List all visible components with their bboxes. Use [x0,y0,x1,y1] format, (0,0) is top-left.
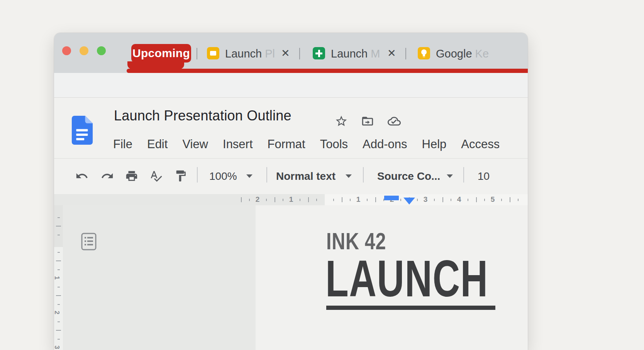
menu-access[interactable]: Access [461,137,499,152]
ruler-tick [316,199,317,201]
tab-separator [405,48,406,59]
paint-format-icon[interactable] [174,169,187,183]
tab-launch-metrics[interactable]: Launch M [331,47,385,60]
chevron-down-icon[interactable] [246,174,253,178]
toolbar-separator [197,167,198,183]
ruler-tick [58,252,60,253]
ruler-tick [249,199,250,201]
ruler-tick [476,197,477,202]
ruler-tick [58,269,60,270]
ruler-tick [58,235,60,235]
left-indent-marker[interactable] [403,198,415,205]
chevron-down-icon[interactable] [346,174,352,178]
menu-file[interactable]: File [113,137,132,152]
tab-upcoming[interactable]: Upcoming [131,44,191,63]
tab-label-text: Launch [331,47,368,60]
ruler-tick [367,199,368,201]
tab-label-fade: M [368,47,380,60]
menu-add-ons[interactable]: Add-ons [363,137,407,152]
ruler-tick [510,197,510,202]
browser-window: Upcoming Launch Pl ✕ Launch M ✕ Google K… [54,33,528,350]
cloud-saved-icon[interactable] [388,115,401,128]
ruler-tick [56,330,61,331]
zoom-select[interactable]: 100% [209,169,237,183]
paragraph-style-select[interactable]: Normal text [276,169,336,183]
tab-strip: Upcoming Launch Pl ✕ Launch M ✕ Google K… [54,33,528,73]
google-docs-icon[interactable] [71,116,94,145]
ruler-tick [350,199,351,201]
ruler-tick [308,197,309,202]
close-tab-icon[interactable]: ✕ [281,47,290,60]
close-window-button[interactable] [62,46,71,55]
chevron-down-icon[interactable] [447,174,453,178]
toolbar-separator [463,167,464,183]
ruler-number: 4 [457,195,461,204]
ruler-number: 5 [491,195,495,204]
ruler-tick [58,321,60,322]
document-summary-icon[interactable] [81,233,97,250]
print-icon[interactable] [125,169,138,183]
document-heading-clip: LAUNCH PR [325,253,497,307]
ruler-tick [468,199,468,201]
tab-launch-plan[interactable]: Launch Pl [225,47,283,60]
docs-menu-bar: FileEditViewInsertFormatToolsAdd-onsHelp… [113,137,499,152]
tab-google-keep[interactable]: Google Ke [436,47,494,60]
google-keep-icon [418,47,430,59]
toolbar-separator [363,167,364,183]
ruler-tick [56,295,61,296]
menu-insert[interactable]: Insert [223,137,253,152]
vertical-ruler[interactable]: 123 [54,205,63,350]
ruler-tick [266,199,267,201]
ruler-number: 1 [54,276,61,279]
ruler-tick [501,199,502,201]
close-tab-icon[interactable]: ✕ [387,47,396,60]
spellcheck-icon[interactable] [149,169,163,183]
ruler-tick [56,260,61,261]
google-slides-icon [207,47,219,59]
ruler-tick [451,199,451,201]
tab-label-text: Google [436,47,472,60]
ruler-tick [400,199,401,201]
document-title[interactable]: Launch Presentation Outline [114,108,291,124]
ruler-tick [333,199,334,201]
document-eyebrow-text[interactable]: INK 42 [326,227,386,255]
active-tab-theme-stripe [127,69,528,73]
undo-icon[interactable] [75,169,88,183]
heading-underline-bar [326,306,495,310]
ruler-tick [58,287,60,287]
browser-toolbar: docs.google.com/document/d/1MTx6z5MDt5oI… [54,73,528,98]
document-canvas-background [63,205,256,350]
menu-view[interactable]: View [182,137,208,152]
horizontal-ruler[interactable]: 2112345 [54,194,528,206]
document-heading-text[interactable]: LAUNCH PR [325,253,451,304]
ruler-number: 1 [289,195,293,204]
font-size-field[interactable]: 10 [478,169,490,183]
move-to-folder-icon[interactable] [361,115,374,128]
menu-format[interactable]: Format [268,137,305,152]
menu-edit[interactable]: Edit [147,137,168,152]
maximize-window-button[interactable] [97,46,106,55]
ruler-tick [375,197,376,202]
ruler-number: 2 [256,195,260,204]
ruler-number: 2 [54,311,61,314]
ruler-tick [442,197,443,202]
menu-tools[interactable]: Tools [320,137,348,152]
ruler-tick [56,226,61,227]
tab-label-fade: Ke [472,47,489,60]
ruler-tick [283,199,283,201]
tab-separator [299,48,300,59]
ruler-tick [58,339,60,340]
docs-header: Launch Presentation Outline FileEditView… [54,98,528,158]
ruler-tick [484,199,485,201]
ruler-tick [434,199,435,201]
menu-help[interactable]: Help [422,137,447,152]
desktop-background: Upcoming Launch Pl ✕ Launch M ✕ Google K… [0,0,644,350]
redo-icon[interactable] [101,169,114,183]
minimize-window-button[interactable] [80,46,88,55]
first-line-indent-marker[interactable] [384,196,399,200]
font-select[interactable]: Source Co... [377,169,440,183]
ruler-tick [300,199,300,201]
star-icon[interactable] [335,115,348,128]
lightbulb-icon [418,47,430,59]
toolbar-separator [266,167,267,183]
